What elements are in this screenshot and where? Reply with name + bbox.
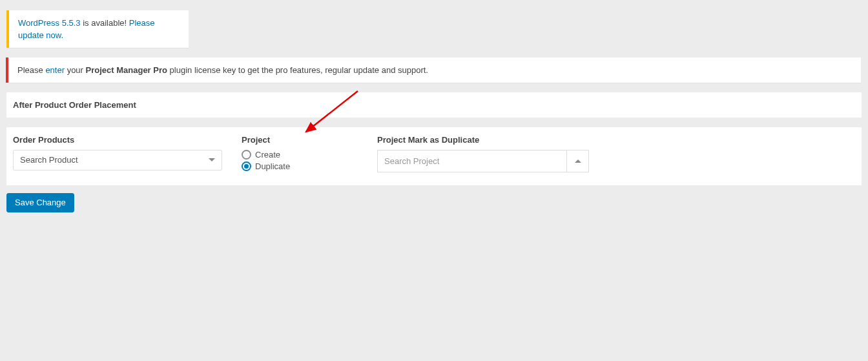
project-radio-duplicate[interactable]: Duplicate (242, 161, 358, 171)
order-products-label: Order Products (13, 135, 222, 145)
license-prefix: Please (17, 65, 45, 75)
section-header: After Product Order Placement (6, 92, 862, 118)
project-label: Project (242, 135, 358, 145)
chevron-down-icon (209, 158, 215, 161)
project-duplicate-input[interactable] (377, 150, 567, 172)
order-products-field: Order Products Search Product (13, 135, 222, 172)
license-product-name: Project Manager Pro (86, 65, 167, 75)
project-duplicate-label-text: Project Mark as Duplicate (377, 135, 589, 145)
license-notice: Please enter your Project Manager Pro pl… (6, 57, 861, 83)
project-radio-create[interactable]: Create (242, 150, 358, 160)
wordpress-update-notice: WordPress 5.5.3 is available! Please upd… (6, 10, 189, 48)
wordpress-version-link[interactable]: WordPress 5.5.3 (18, 18, 81, 28)
chevron-up-icon (575, 160, 581, 163)
radio-checked-icon (242, 161, 251, 171)
save-change-button[interactable]: Save Change (6, 193, 74, 212)
radio-icon (242, 150, 251, 160)
update-notice-text: is available! (81, 18, 129, 28)
license-middle: your (65, 65, 86, 75)
license-enter-link[interactable]: enter (45, 65, 65, 75)
section-title: After Product Order Placement (13, 100, 855, 110)
order-products-placeholder: Search Product (20, 155, 78, 165)
project-duplicate-combo (377, 150, 589, 172)
project-create-label: Create (255, 150, 280, 160)
order-products-select[interactable]: Search Product (13, 150, 222, 170)
project-duplicate-toggle[interactable] (567, 150, 589, 172)
project-duplicate-field: Project Mark as Duplicate (377, 135, 589, 172)
license-suffix: plugin license key to get the pro featur… (167, 65, 428, 75)
project-duplicate-label: Duplicate (255, 161, 290, 171)
project-field: Project Create Duplicate (242, 135, 358, 172)
settings-panel: Order Products Search Product Project Cr… (6, 127, 862, 185)
